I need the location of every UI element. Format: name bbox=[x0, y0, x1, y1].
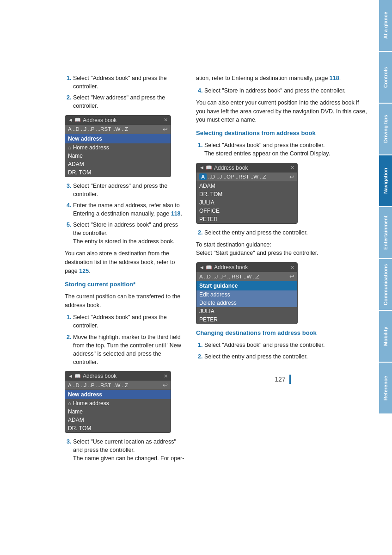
storing-para: The current position can be transferred … bbox=[65, 292, 185, 310]
close-icon-1: ✕ bbox=[164, 117, 168, 123]
widget3-alpha: A ..D ..J ..OP ..RST ..W ..Z ↩ bbox=[196, 173, 297, 182]
widget3-row-office: OFFICE bbox=[196, 207, 297, 215]
widget4-delete-address: Delete address bbox=[196, 299, 297, 307]
step-5: Select "Store in address book" and press… bbox=[73, 221, 185, 246]
changing-steps: Select "Address book" and press the cont… bbox=[196, 341, 370, 360]
tab-communications[interactable]: Communications bbox=[379, 259, 392, 310]
link-118-2[interactable]: 118 bbox=[330, 75, 339, 81]
right-column: ation, refer to Entering a destination m… bbox=[196, 74, 370, 536]
widget1-new-address: New address bbox=[65, 134, 171, 143]
selecting-heading: Selecting destinations from address book bbox=[196, 129, 370, 137]
widget1-title: ◄ 📖 Address book bbox=[68, 117, 116, 123]
close-icon-4: ✕ bbox=[290, 265, 294, 271]
selecting-step-1: Select "Address book" and press the cont… bbox=[204, 141, 370, 158]
close-icon-3: ✕ bbox=[290, 165, 294, 171]
selecting-steps: Select "Address book" and press the cont… bbox=[196, 141, 370, 158]
selecting-steps-2: Select the entry and press the controlle… bbox=[196, 228, 370, 237]
para-current-pos: You can also enter your current position… bbox=[196, 99, 370, 124]
storing-step-2: Move the highlight marker to the third f… bbox=[73, 333, 185, 367]
tab-mobility[interactable]: Mobility bbox=[379, 311, 392, 362]
widget4-title: ◄ 📖 Address book bbox=[199, 264, 248, 271]
back-arrow-4: ↩ bbox=[289, 273, 294, 280]
widget1-header: ◄ 📖 Address book ✕ bbox=[65, 116, 171, 125]
widget3-row-peter: PETER bbox=[196, 215, 297, 223]
left-column: Select "Address book" and press the cont… bbox=[65, 74, 185, 536]
tab-entertainment[interactable]: Entertainment bbox=[379, 207, 392, 258]
tab-navigation[interactable]: Navigation bbox=[379, 155, 392, 206]
widget2-row-adam: ADAM bbox=[65, 416, 171, 424]
widget4-alpha: A ..D ..J ..P ...RST ..W ..Z ↩ bbox=[196, 272, 297, 281]
step-3: Select "Enter address" and press the con… bbox=[73, 182, 185, 198]
step-4: Enter the name and address, refer also t… bbox=[73, 201, 185, 218]
widget4-edit-address: Edit address bbox=[196, 290, 297, 299]
changing-step-2: Select the entry and press the controlle… bbox=[204, 352, 370, 361]
widget2-row-home: Home address bbox=[65, 399, 171, 407]
link-118-1[interactable]: 118 bbox=[171, 210, 181, 217]
widget1-nav: ✕ bbox=[164, 117, 168, 123]
widget4-row-julia: JULIA bbox=[196, 307, 297, 315]
widget3-nav: ✕ bbox=[290, 165, 294, 171]
right-step-4: Select "Store in address book" and press… bbox=[204, 86, 370, 95]
widget2-title: ◄ 📖 Address book bbox=[68, 373, 116, 379]
back-arrow-3: ↩ bbox=[289, 173, 294, 180]
guidance-para: To start destination guidance:Select "St… bbox=[196, 240, 370, 258]
page-number: 127 bbox=[196, 375, 370, 384]
widget1-row-drtom: DR. TOM bbox=[65, 168, 171, 177]
storing-steps: Select "Address book" and press the cont… bbox=[65, 313, 185, 366]
intro-steps: Select "Address book" and press the cont… bbox=[65, 74, 185, 111]
tab-at-glance[interactable]: At a glance bbox=[379, 0, 392, 51]
page-bar bbox=[289, 375, 291, 384]
alpha-a-selected: A bbox=[199, 173, 207, 180]
book-icon-1: ◄ 📖 bbox=[68, 117, 81, 123]
widget1-row-name: Name bbox=[65, 152, 171, 160]
address-book-widget-1: ◄ 📖 Address book ✕ A ..D ..J ..P ...RST … bbox=[65, 115, 171, 177]
widget1-row-home: Home address bbox=[65, 143, 171, 152]
storing-step-1: Select "Address book" and press the cont… bbox=[73, 313, 185, 330]
widget2-new-address: New address bbox=[65, 390, 171, 399]
storing-heading: Storing current position* bbox=[65, 280, 185, 289]
step-2: Select "New address" and press the contr… bbox=[73, 93, 185, 110]
book-icon-3: ◄ 📖 bbox=[199, 165, 212, 171]
widget3-header: ◄ 📖 Address book ✕ bbox=[196, 163, 297, 173]
book-icon-4: ◄ 📖 bbox=[199, 265, 212, 271]
widget2-nav: ✕ bbox=[164, 373, 168, 379]
widget1-alpha: A ..D ..J ..P ...RST ..W ..Z ↩ bbox=[65, 125, 171, 134]
close-icon-2: ✕ bbox=[164, 373, 168, 379]
end-steps: Select "Use current location as address"… bbox=[65, 438, 185, 462]
widget1-row-adam: ADAM bbox=[65, 160, 171, 168]
widget2-header: ◄ 📖 Address book ✕ bbox=[65, 371, 171, 381]
address-book-widget-2: ◄ 📖 Address book ✕ A ..D ..J ..P ...RST … bbox=[65, 371, 171, 433]
link-125[interactable]: 125 bbox=[79, 268, 89, 274]
page-num-text: 127 bbox=[275, 376, 285, 383]
selecting-step-2: Select the entry and press the controlle… bbox=[204, 228, 370, 237]
widget3-row-adam: ADAM bbox=[196, 182, 297, 190]
tab-driving-tips[interactable]: Driving tips bbox=[379, 104, 392, 154]
address-book-widget-4: ◄ 📖 Address book ✕ A ..D ..J ..P ...RST … bbox=[196, 262, 298, 324]
step-1: Select "Address book" and press the cont… bbox=[73, 74, 185, 91]
widget3-row-drtom: DR. TOM bbox=[196, 190, 297, 198]
book-icon-2: ◄ 📖 bbox=[68, 373, 81, 379]
mid-steps: Select "Enter address" and press the con… bbox=[65, 182, 185, 246]
widget2-row-name: Name bbox=[65, 407, 171, 416]
end-step-3: Select "Use current location as address"… bbox=[73, 438, 185, 462]
widget2-alpha: A ..D ..J ..P ...RST ..W ..Z ↩ bbox=[65, 381, 171, 390]
para-store-dest: You can also store a destination from th… bbox=[65, 249, 185, 275]
address-book-widget-3: ◄ 📖 Address book ✕ A ..D ..J ..OP ..RST … bbox=[196, 163, 298, 224]
main-content: Select "Address book" and press the cont… bbox=[0, 0, 379, 555]
widget4-nav: ✕ bbox=[290, 265, 294, 271]
changing-heading: Changing destinations from address book bbox=[196, 329, 370, 337]
widget4-row-peter: PETER bbox=[196, 315, 297, 324]
page-container: Select "Address book" and press the cont… bbox=[0, 0, 392, 555]
back-arrow-2: ↩ bbox=[163, 382, 168, 388]
widget3-row-julia: JULIA bbox=[196, 198, 297, 207]
tab-reference[interactable]: Reference bbox=[379, 363, 392, 413]
widget2-row-drtom: DR. TOM bbox=[65, 424, 171, 432]
tab-controls[interactable]: Controls bbox=[379, 52, 392, 103]
back-arrow-1: ↩ bbox=[163, 126, 168, 133]
widget3-title: ◄ 📖 Address book bbox=[199, 165, 248, 171]
widget4-header: ◄ 📖 Address book ✕ bbox=[196, 263, 297, 272]
para-continued: ation, refer to Entering a destination m… bbox=[196, 74, 370, 83]
sidebar-right: At a glance Controls Driving tips Naviga… bbox=[379, 0, 392, 555]
widget4-start-guidance: Start guidance bbox=[196, 281, 297, 290]
changing-step-1: Select "Address book" and press the cont… bbox=[204, 341, 370, 349]
